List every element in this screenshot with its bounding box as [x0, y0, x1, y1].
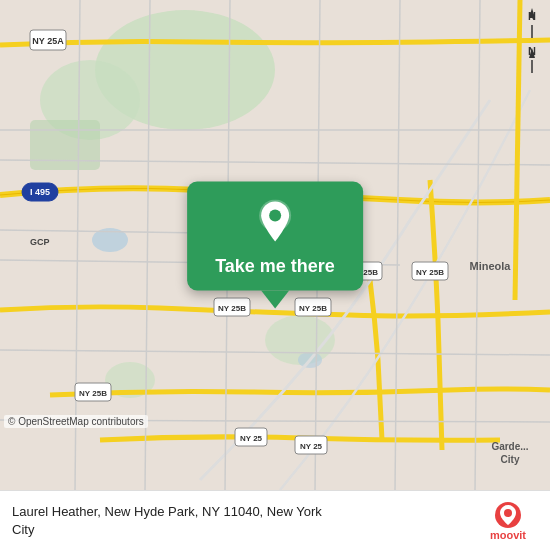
svg-text:NY 25B: NY 25B [416, 268, 444, 277]
svg-text:NY 25B: NY 25B [79, 389, 107, 398]
map-container: NY 25A I 495 GCP NY 25B NY 25B NY 25B NY… [0, 0, 550, 490]
svg-rect-3 [30, 120, 100, 170]
svg-point-53 [504, 509, 512, 517]
moovit-logo: moovit [478, 501, 538, 541]
svg-text:NY 25: NY 25 [240, 434, 263, 443]
svg-point-51 [269, 210, 281, 222]
take-me-there-button[interactable]: Take me there [215, 256, 335, 277]
moovit-brand-text: moovit [490, 529, 526, 541]
location-icon-wrap [256, 200, 294, 248]
svg-text:Garde...: Garde... [491, 441, 528, 452]
navigation-button-container: Take me there [187, 182, 363, 309]
svg-text:Mineola: Mineola [470, 260, 512, 272]
svg-text:NY 25: NY 25 [300, 442, 323, 451]
map-attribution: © OpenStreetMap contributors [4, 415, 148, 428]
svg-text:I 495: I 495 [30, 187, 50, 197]
moovit-icon [494, 501, 522, 529]
bottom-info-bar: Laurel Heather, New Hyde Park, NY 11040,… [0, 490, 550, 550]
location-pin-icon [256, 200, 294, 244]
address-text: Laurel Heather, New Hyde Park, NY 11040,… [12, 503, 322, 538]
svg-text:NY 25A: NY 25A [32, 36, 64, 46]
svg-text:GCP: GCP [30, 237, 50, 247]
svg-text:City: City [501, 454, 520, 465]
card-pointer [261, 291, 289, 309]
take-me-there-card[interactable]: Take me there [187, 182, 363, 291]
